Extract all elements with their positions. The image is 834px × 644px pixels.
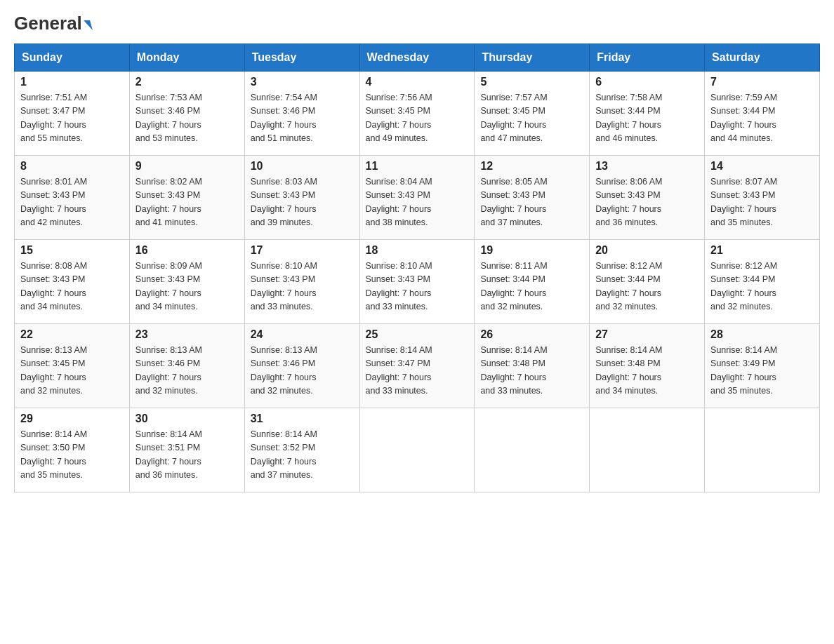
calendar-cell: 1Sunrise: 7:51 AMSunset: 3:47 PMDaylight… <box>15 72 130 156</box>
day-info: Sunrise: 7:59 AMSunset: 3:44 PMDaylight:… <box>710 91 814 146</box>
day-info: Sunrise: 8:14 AMSunset: 3:51 PMDaylight:… <box>135 428 239 483</box>
day-info: Sunrise: 8:13 AMSunset: 3:46 PMDaylight:… <box>135 344 239 398</box>
calendar-cell: 31Sunrise: 8:14 AMSunset: 3:52 PMDayligh… <box>244 408 359 492</box>
calendar-cell: 3Sunrise: 7:54 AMSunset: 3:46 PMDaylight… <box>244 72 359 156</box>
day-info: Sunrise: 8:12 AMSunset: 3:44 PMDaylight:… <box>710 260 814 314</box>
calendar-body: 1Sunrise: 7:51 AMSunset: 3:47 PMDaylight… <box>15 72 820 492</box>
calendar-cell: 18Sunrise: 8:10 AMSunset: 3:43 PMDayligh… <box>359 240 475 324</box>
calendar-cell: 12Sunrise: 8:05 AMSunset: 3:43 PMDayligh… <box>475 156 590 240</box>
day-info: Sunrise: 7:54 AMSunset: 3:46 PMDaylight:… <box>251 91 354 146</box>
calendar-cell: 21Sunrise: 8:12 AMSunset: 3:44 PMDayligh… <box>705 240 820 324</box>
day-info: Sunrise: 8:14 AMSunset: 3:49 PMDaylight:… <box>710 344 814 398</box>
calendar-cell: 13Sunrise: 8:06 AMSunset: 3:43 PMDayligh… <box>590 156 705 240</box>
calendar-cell: 15Sunrise: 8:08 AMSunset: 3:43 PMDayligh… <box>15 240 130 324</box>
calendar-cell: 19Sunrise: 8:11 AMSunset: 3:44 PMDayligh… <box>475 240 590 324</box>
day-info: Sunrise: 8:11 AMSunset: 3:44 PMDaylight:… <box>480 260 583 314</box>
calendar-cell: 10Sunrise: 8:03 AMSunset: 3:43 PMDayligh… <box>244 156 359 240</box>
day-header-saturday: Saturday <box>705 44 820 72</box>
calendar-cell: 23Sunrise: 8:13 AMSunset: 3:46 PMDayligh… <box>129 324 244 408</box>
day-number: 31 <box>251 412 354 425</box>
day-number: 5 <box>480 76 583 88</box>
calendar-cell <box>359 408 475 492</box>
day-header-sunday: Sunday <box>15 44 130 72</box>
day-header-wednesday: Wednesday <box>359 44 475 72</box>
day-number: 27 <box>595 328 699 341</box>
day-number: 4 <box>366 76 469 88</box>
day-info: Sunrise: 8:14 AMSunset: 3:52 PMDaylight:… <box>251 428 354 483</box>
day-number: 18 <box>366 244 469 257</box>
day-info: Sunrise: 8:14 AMSunset: 3:48 PMDaylight:… <box>595 344 699 398</box>
day-number: 7 <box>710 76 814 88</box>
calendar-cell: 4Sunrise: 7:56 AMSunset: 3:45 PMDaylight… <box>359 72 475 156</box>
day-info: Sunrise: 8:08 AMSunset: 3:43 PMDaylight:… <box>20 260 124 314</box>
calendar-cell: 9Sunrise: 8:02 AMSunset: 3:43 PMDaylight… <box>129 156 244 240</box>
day-number: 13 <box>595 160 699 173</box>
day-info: Sunrise: 8:06 AMSunset: 3:43 PMDaylight:… <box>595 175 699 230</box>
page-header: General <box>14 14 820 32</box>
calendar-cell: 6Sunrise: 7:58 AMSunset: 3:44 PMDaylight… <box>590 72 705 156</box>
calendar-cell: 11Sunrise: 8:04 AMSunset: 3:43 PMDayligh… <box>359 156 475 240</box>
day-number: 28 <box>710 328 814 341</box>
day-number: 8 <box>20 160 124 173</box>
logo: General <box>14 14 91 32</box>
calendar-cell: 20Sunrise: 8:12 AMSunset: 3:44 PMDayligh… <box>590 240 705 324</box>
day-info: Sunrise: 8:14 AMSunset: 3:47 PMDaylight:… <box>366 344 469 398</box>
day-header-monday: Monday <box>129 44 244 72</box>
day-info: Sunrise: 8:05 AMSunset: 3:43 PMDaylight:… <box>480 175 583 230</box>
day-number: 26 <box>480 328 583 341</box>
day-number: 16 <box>135 244 239 257</box>
day-info: Sunrise: 8:13 AMSunset: 3:46 PMDaylight:… <box>251 344 354 398</box>
day-number: 14 <box>710 160 814 173</box>
day-number: 12 <box>480 160 583 173</box>
calendar-week-2: 8Sunrise: 8:01 AMSunset: 3:43 PMDaylight… <box>15 156 820 240</box>
day-number: 10 <box>251 160 354 173</box>
calendar-cell: 27Sunrise: 8:14 AMSunset: 3:48 PMDayligh… <box>590 324 705 408</box>
day-number: 23 <box>135 328 239 341</box>
day-number: 6 <box>595 76 699 88</box>
day-info: Sunrise: 8:01 AMSunset: 3:43 PMDaylight:… <box>20 175 124 230</box>
calendar-cell: 26Sunrise: 8:14 AMSunset: 3:48 PMDayligh… <box>475 324 590 408</box>
day-info: Sunrise: 7:57 AMSunset: 3:45 PMDaylight:… <box>480 91 583 146</box>
day-info: Sunrise: 8:02 AMSunset: 3:43 PMDaylight:… <box>135 175 239 230</box>
day-number: 19 <box>480 244 583 257</box>
calendar-week-1: 1Sunrise: 7:51 AMSunset: 3:47 PMDaylight… <box>15 72 820 156</box>
day-number: 15 <box>20 244 124 257</box>
day-number: 25 <box>366 328 469 341</box>
day-info: Sunrise: 8:10 AMSunset: 3:43 PMDaylight:… <box>366 260 469 314</box>
day-info: Sunrise: 8:13 AMSunset: 3:45 PMDaylight:… <box>20 344 124 398</box>
calendar-cell: 30Sunrise: 8:14 AMSunset: 3:51 PMDayligh… <box>129 408 244 492</box>
calendar-cell: 8Sunrise: 8:01 AMSunset: 3:43 PMDaylight… <box>15 156 130 240</box>
calendar-cell: 29Sunrise: 8:14 AMSunset: 3:50 PMDayligh… <box>15 408 130 492</box>
calendar-cell: 17Sunrise: 8:10 AMSunset: 3:43 PMDayligh… <box>244 240 359 324</box>
logo-line1: General <box>14 14 91 32</box>
calendar-cell: 2Sunrise: 7:53 AMSunset: 3:46 PMDaylight… <box>129 72 244 156</box>
calendar-cell <box>590 408 705 492</box>
day-info: Sunrise: 8:14 AMSunset: 3:50 PMDaylight:… <box>20 428 124 483</box>
day-info: Sunrise: 7:56 AMSunset: 3:45 PMDaylight:… <box>366 91 469 146</box>
calendar-cell: 25Sunrise: 8:14 AMSunset: 3:47 PMDayligh… <box>359 324 475 408</box>
day-info: Sunrise: 7:58 AMSunset: 3:44 PMDaylight:… <box>595 91 699 146</box>
calendar-table: SundayMondayTuesdayWednesdayThursdayFrid… <box>14 43 820 492</box>
day-header-tuesday: Tuesday <box>244 44 359 72</box>
day-number: 17 <box>251 244 354 257</box>
day-info: Sunrise: 8:09 AMSunset: 3:43 PMDaylight:… <box>135 260 239 314</box>
day-number: 24 <box>251 328 354 341</box>
day-number: 22 <box>20 328 124 341</box>
day-number: 11 <box>366 160 469 173</box>
calendar-cell: 14Sunrise: 8:07 AMSunset: 3:43 PMDayligh… <box>705 156 820 240</box>
day-info: Sunrise: 8:03 AMSunset: 3:43 PMDaylight:… <box>251 175 354 230</box>
day-number: 9 <box>135 160 239 173</box>
calendar-cell: 16Sunrise: 8:09 AMSunset: 3:43 PMDayligh… <box>129 240 244 324</box>
day-info: Sunrise: 7:53 AMSunset: 3:46 PMDaylight:… <box>135 91 239 146</box>
day-info: Sunrise: 8:04 AMSunset: 3:43 PMDaylight:… <box>366 175 469 230</box>
day-info: Sunrise: 8:07 AMSunset: 3:43 PMDaylight:… <box>710 175 814 230</box>
day-number: 3 <box>251 76 354 88</box>
day-header-friday: Friday <box>590 44 705 72</box>
calendar-cell: 28Sunrise: 8:14 AMSunset: 3:49 PMDayligh… <box>705 324 820 408</box>
day-number: 30 <box>135 412 239 425</box>
calendar-cell <box>475 408 590 492</box>
day-number: 20 <box>595 244 699 257</box>
day-number: 2 <box>135 76 239 88</box>
calendar-cell: 5Sunrise: 7:57 AMSunset: 3:45 PMDaylight… <box>475 72 590 156</box>
day-number: 29 <box>20 412 124 425</box>
